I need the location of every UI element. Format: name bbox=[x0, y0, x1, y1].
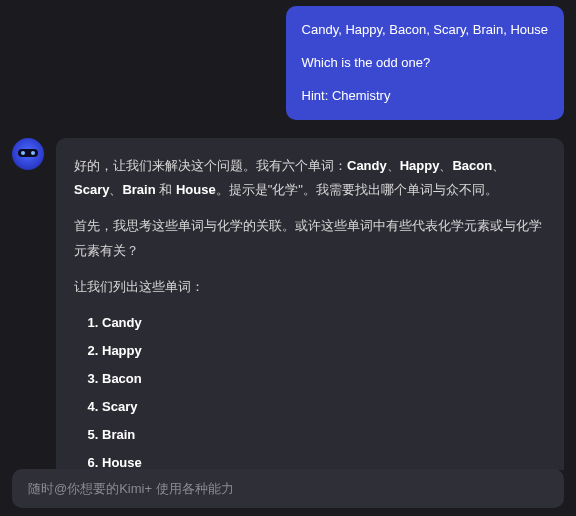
message-input[interactable] bbox=[28, 481, 548, 496]
word: Candy bbox=[347, 158, 387, 173]
assistant-p2: 首先，我思考这些单词与化学的关联。或许这些单词中有些代表化学元素或与化学元素有关… bbox=[74, 214, 546, 262]
intro-post: 。提示是"化学"。我需要找出哪个单词与众不同。 bbox=[216, 182, 498, 197]
list-item: Happy bbox=[102, 339, 546, 363]
word: Brain bbox=[122, 182, 155, 197]
list-item: Scary bbox=[102, 395, 546, 419]
list-item: House bbox=[102, 451, 546, 470]
assistant-p3: 让我们列出这些单词： bbox=[74, 275, 546, 299]
chat-container: Candy, Happy, Bacon, Scary, Brain, House… bbox=[0, 0, 576, 470]
list-item: Candy bbox=[102, 311, 546, 335]
message-input-bar[interactable] bbox=[12, 469, 564, 508]
assistant-message-bubble: 好的，让我们来解决这个问题。我有六个单词：Candy、Happy、Bacon、S… bbox=[56, 138, 564, 470]
list-item: Brain bbox=[102, 423, 546, 447]
user-msg-line: Which is the odd one? bbox=[302, 53, 548, 74]
user-message-row: Candy, Happy, Bacon, Scary, Brain, House… bbox=[12, 6, 564, 120]
word: Scary bbox=[74, 182, 109, 197]
word: House bbox=[176, 182, 216, 197]
word-list: Candy Happy Bacon Scary Brain House bbox=[74, 311, 546, 470]
assistant-row: 好的，让我们来解决这个问题。我有六个单词：Candy、Happy、Bacon、S… bbox=[12, 138, 564, 470]
intro-pre: 好的，让我们来解决这个问题。我有六个单词： bbox=[74, 158, 347, 173]
list-item: Bacon bbox=[102, 367, 546, 391]
word: Bacon bbox=[452, 158, 492, 173]
word: Happy bbox=[400, 158, 440, 173]
assistant-intro: 好的，让我们来解决这个问题。我有六个单词：Candy、Happy、Bacon、S… bbox=[74, 154, 546, 202]
user-msg-line: Candy, Happy, Bacon, Scary, Brain, House bbox=[302, 20, 548, 41]
user-message-bubble: Candy, Happy, Bacon, Scary, Brain, House… bbox=[286, 6, 564, 120]
user-msg-line: Hint: Chemistry bbox=[302, 86, 548, 107]
assistant-avatar bbox=[12, 138, 44, 170]
